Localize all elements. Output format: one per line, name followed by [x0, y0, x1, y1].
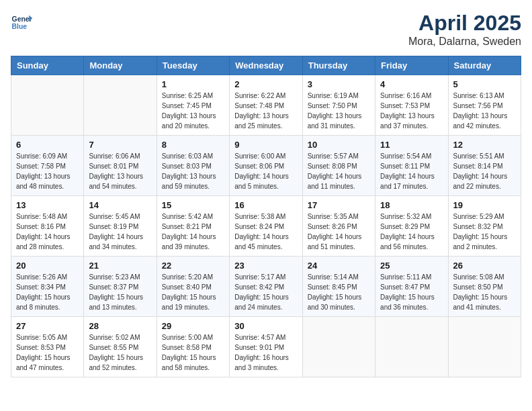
day-info: Sunrise: 6:03 AM Sunset: 8:03 PM Dayligh… [162, 151, 224, 191]
logo: General Blue [11, 11, 32, 32]
calendar-cell: 17Sunrise: 5:35 AM Sunset: 8:26 PM Dayli… [302, 196, 375, 257]
day-number: 1 [162, 79, 224, 89]
calendar-cell: 26Sunrise: 5:08 AM Sunset: 8:50 PM Dayli… [448, 257, 521, 317]
page-header: General Blue April 2025 Mora, Dalarna, S… [11, 11, 521, 48]
weekday-header: Tuesday [157, 56, 229, 75]
day-info: Sunrise: 5:26 AM Sunset: 8:34 PM Dayligh… [16, 272, 79, 312]
calendar-table: SundayMondayTuesdayWednesdayThursdayFrid… [11, 56, 521, 377]
day-number: 13 [16, 200, 79, 210]
day-info: Sunrise: 5:00 AM Sunset: 8:58 PM Dayligh… [162, 332, 224, 373]
calendar-cell [375, 317, 448, 377]
calendar-cell [84, 75, 157, 136]
calendar-cell: 10Sunrise: 5:57 AM Sunset: 8:08 PM Dayli… [302, 136, 375, 196]
day-number: 24 [308, 261, 370, 271]
day-info: Sunrise: 5:23 AM Sunset: 8:37 PM Dayligh… [89, 272, 151, 312]
calendar-cell: 30Sunrise: 4:57 AM Sunset: 9:01 PM Dayli… [230, 317, 302, 377]
day-number: 11 [380, 140, 443, 150]
day-info: Sunrise: 5:35 AM Sunset: 8:26 PM Dayligh… [308, 212, 370, 252]
day-info: Sunrise: 5:38 AM Sunset: 8:24 PM Dayligh… [234, 212, 297, 252]
calendar-cell: 19Sunrise: 5:29 AM Sunset: 8:32 PM Dayli… [448, 196, 521, 257]
day-info: Sunrise: 4:57 AM Sunset: 9:01 PM Dayligh… [234, 332, 297, 373]
day-info: Sunrise: 5:45 AM Sunset: 8:19 PM Dayligh… [89, 212, 151, 252]
calendar-week-row: 20Sunrise: 5:26 AM Sunset: 8:34 PM Dayli… [11, 257, 521, 317]
calendar-cell: 3Sunrise: 6:19 AM Sunset: 7:50 PM Daylig… [302, 75, 375, 136]
day-number: 7 [89, 140, 151, 150]
weekday-header: Saturday [448, 56, 521, 75]
weekday-header: Wednesday [230, 56, 302, 75]
calendar-cell: 24Sunrise: 5:14 AM Sunset: 8:45 PM Dayli… [302, 257, 375, 317]
day-number: 23 [234, 261, 297, 271]
day-number: 21 [89, 261, 151, 271]
location-title: Mora, Dalarna, Sweden [408, 36, 521, 48]
day-info: Sunrise: 5:29 AM Sunset: 8:32 PM Dayligh… [453, 212, 516, 252]
calendar-cell [11, 75, 84, 136]
calendar-week-row: 1Sunrise: 6:25 AM Sunset: 7:45 PM Daylig… [11, 75, 521, 136]
calendar-cell: 1Sunrise: 6:25 AM Sunset: 7:45 PM Daylig… [157, 75, 229, 136]
calendar-cell: 6Sunrise: 6:09 AM Sunset: 7:58 PM Daylig… [11, 136, 84, 196]
day-info: Sunrise: 6:00 AM Sunset: 8:06 PM Dayligh… [234, 151, 297, 191]
day-number: 20 [16, 261, 79, 271]
day-number: 18 [380, 200, 443, 210]
calendar-cell: 7Sunrise: 6:06 AM Sunset: 8:01 PM Daylig… [84, 136, 157, 196]
day-number: 15 [162, 200, 224, 210]
calendar-cell [448, 317, 521, 377]
day-number: 26 [453, 261, 516, 271]
day-info: Sunrise: 5:54 AM Sunset: 8:11 PM Dayligh… [380, 151, 443, 191]
day-info: Sunrise: 5:48 AM Sunset: 8:16 PM Dayligh… [16, 212, 79, 252]
day-info: Sunrise: 5:32 AM Sunset: 8:29 PM Dayligh… [380, 212, 443, 252]
day-number: 5 [453, 79, 516, 89]
day-number: 12 [453, 140, 516, 150]
day-number: 25 [380, 261, 443, 271]
calendar-cell: 16Sunrise: 5:38 AM Sunset: 8:24 PM Dayli… [230, 196, 302, 257]
day-number: 28 [89, 321, 151, 331]
calendar-cell: 8Sunrise: 6:03 AM Sunset: 8:03 PM Daylig… [157, 136, 229, 196]
weekday-header: Sunday [11, 56, 84, 75]
day-number: 19 [453, 200, 516, 210]
calendar-cell: 13Sunrise: 5:48 AM Sunset: 8:16 PM Dayli… [11, 196, 84, 257]
day-info: Sunrise: 5:57 AM Sunset: 8:08 PM Dayligh… [308, 151, 370, 191]
day-number: 16 [234, 200, 297, 210]
day-info: Sunrise: 6:22 AM Sunset: 7:48 PM Dayligh… [234, 91, 297, 131]
calendar-cell: 14Sunrise: 5:45 AM Sunset: 8:19 PM Dayli… [84, 196, 157, 257]
day-info: Sunrise: 5:42 AM Sunset: 8:21 PM Dayligh… [162, 212, 224, 252]
calendar-cell: 12Sunrise: 5:51 AM Sunset: 8:14 PM Dayli… [448, 136, 521, 196]
day-info: Sunrise: 6:25 AM Sunset: 7:45 PM Dayligh… [162, 91, 224, 131]
day-info: Sunrise: 5:11 AM Sunset: 8:47 PM Dayligh… [380, 272, 443, 312]
calendar-cell: 27Sunrise: 5:05 AM Sunset: 8:53 PM Dayli… [11, 317, 84, 377]
day-number: 3 [308, 79, 370, 89]
calendar-cell: 23Sunrise: 5:17 AM Sunset: 8:42 PM Dayli… [230, 257, 302, 317]
svg-text:Blue: Blue [12, 23, 28, 30]
day-info: Sunrise: 6:19 AM Sunset: 7:50 PM Dayligh… [308, 91, 370, 131]
calendar-cell: 11Sunrise: 5:54 AM Sunset: 8:11 PM Dayli… [375, 136, 448, 196]
calendar-cell [302, 317, 375, 377]
calendar-cell: 21Sunrise: 5:23 AM Sunset: 8:37 PM Dayli… [84, 257, 157, 317]
day-number: 14 [89, 200, 151, 210]
day-number: 27 [16, 321, 79, 331]
calendar-cell: 20Sunrise: 5:26 AM Sunset: 8:34 PM Dayli… [11, 257, 84, 317]
calendar-cell: 28Sunrise: 5:02 AM Sunset: 8:55 PM Dayli… [84, 317, 157, 377]
day-info: Sunrise: 6:09 AM Sunset: 7:58 PM Dayligh… [16, 151, 79, 191]
calendar-cell: 2Sunrise: 6:22 AM Sunset: 7:48 PM Daylig… [230, 75, 302, 136]
day-info: Sunrise: 5:05 AM Sunset: 8:53 PM Dayligh… [16, 332, 79, 373]
day-number: 29 [162, 321, 224, 331]
weekday-header: Friday [375, 56, 448, 75]
calendar-cell: 15Sunrise: 5:42 AM Sunset: 8:21 PM Dayli… [157, 196, 229, 257]
weekday-header-row: SundayMondayTuesdayWednesdayThursdayFrid… [11, 56, 521, 75]
calendar-cell: 22Sunrise: 5:20 AM Sunset: 8:40 PM Dayli… [157, 257, 229, 317]
day-info: Sunrise: 5:51 AM Sunset: 8:14 PM Dayligh… [453, 151, 516, 191]
day-number: 30 [234, 321, 297, 331]
day-number: 22 [162, 261, 224, 271]
calendar-cell: 29Sunrise: 5:00 AM Sunset: 8:58 PM Dayli… [157, 317, 229, 377]
day-info: Sunrise: 5:20 AM Sunset: 8:40 PM Dayligh… [162, 272, 224, 312]
day-info: Sunrise: 6:06 AM Sunset: 8:01 PM Dayligh… [89, 151, 151, 191]
weekday-header: Monday [84, 56, 157, 75]
logo-icon: General Blue [11, 11, 32, 32]
calendar-cell: 9Sunrise: 6:00 AM Sunset: 8:06 PM Daylig… [230, 136, 302, 196]
day-info: Sunrise: 5:17 AM Sunset: 8:42 PM Dayligh… [234, 272, 297, 312]
title-block: April 2025 Mora, Dalarna, Sweden [408, 11, 521, 48]
calendar-cell: 18Sunrise: 5:32 AM Sunset: 8:29 PM Dayli… [375, 196, 448, 257]
day-info: Sunrise: 6:16 AM Sunset: 7:53 PM Dayligh… [380, 91, 443, 131]
calendar-cell: 25Sunrise: 5:11 AM Sunset: 8:47 PM Dayli… [375, 257, 448, 317]
day-number: 17 [308, 200, 370, 210]
weekday-header: Thursday [302, 56, 375, 75]
